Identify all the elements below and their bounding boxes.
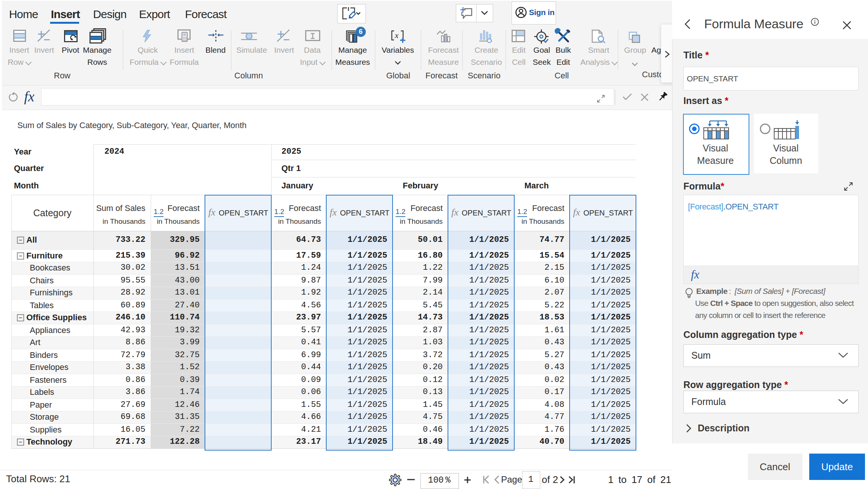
svg-text:x: x [394, 31, 399, 40]
